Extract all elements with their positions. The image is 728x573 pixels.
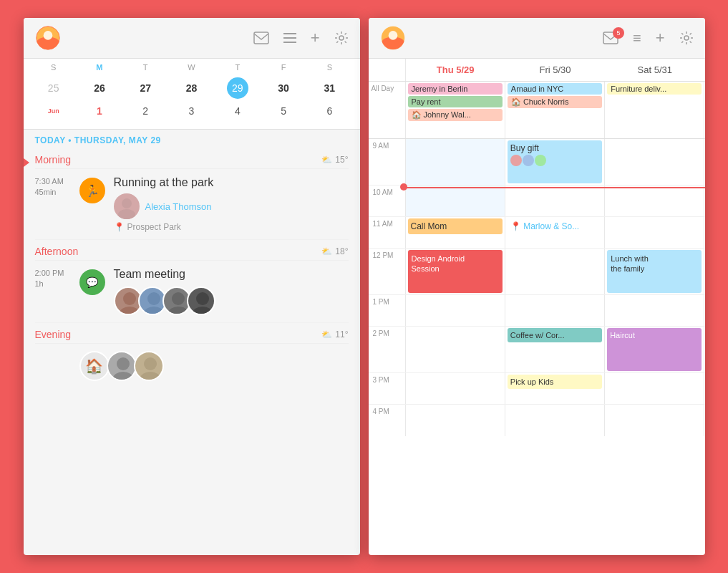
cal-day-4[interactable]: 4 <box>227 100 248 122</box>
cal-day-5[interactable]: 5 <box>273 100 294 122</box>
event-haircut[interactable]: Haircut <box>607 328 702 371</box>
svg-point-24 <box>388 31 397 40</box>
afternoon-section: Afternoon ⛅ 18° 2:00 PM 1h 💬 Team meetin… <box>24 240 360 323</box>
afternoon-weather-icon: ⛅ <box>321 246 332 256</box>
cal-day-jun[interactable]: Jun <box>47 100 61 122</box>
allday-chuck-norris[interactable]: 🏠 Chuck Norris <box>508 96 602 108</box>
time-10am: 10 AM <box>369 186 406 216</box>
svg-point-13 <box>172 292 185 305</box>
app-logo-right <box>380 25 406 51</box>
settings-icon-left[interactable] <box>334 31 349 45</box>
running-meta: Alexia Thomson <box>114 193 349 219</box>
day-header-f: F <box>261 63 306 72</box>
time-col-thu-9am <box>406 139 505 185</box>
time-col-sat-9am <box>605 139 704 185</box>
event-coffee[interactable]: Coffee w/ Cor... <box>508 328 602 342</box>
time-col-sat-4pm <box>605 405 704 436</box>
event-team-meeting[interactable]: 2:00 PM 1h 💬 Team meeting <box>35 261 349 323</box>
morning-weather-icon: ⛅ <box>321 155 332 165</box>
allday-jeremy-berlin[interactable]: Jeremy in Berlin <box>408 83 503 95</box>
allday-johnny-wal[interactable]: 🏠 Johnny Wal... <box>408 109 503 121</box>
cal-day-28[interactable]: 28 <box>180 77 202 99</box>
time-row-1pm: 1 PM <box>369 295 705 327</box>
svg-point-14 <box>168 307 188 315</box>
cal-day-1[interactable]: 1 <box>89 100 110 122</box>
cal-day-31[interactable]: 31 <box>319 77 340 99</box>
evening-temp: 11° <box>335 329 348 340</box>
now-line <box>406 187 705 188</box>
time-row-10am: 10 AM <box>369 186 705 217</box>
time-col-fri-10am <box>505 186 605 216</box>
time-col-fri-1pm <box>505 295 605 326</box>
event-running[interactable]: 7:30 AM 45min 🏃 Running at the park Alex… <box>35 169 349 240</box>
cal-day-3[interactable]: 3 <box>180 100 202 122</box>
morning-temp: 15° <box>335 155 348 165</box>
time-col-thu-4pm <box>406 405 505 436</box>
day-col-fri[interactable]: Fri 5/30 <box>505 59 605 81</box>
allday-furniture[interactable]: Furniture deliv... <box>607 83 702 95</box>
event-call-mom[interactable]: Call Mom <box>408 218 503 234</box>
right-toolbar-icons: 5 ≡ + <box>603 29 694 47</box>
day-header-s1: S <box>31 63 77 72</box>
cal-day-27[interactable]: 27 <box>135 77 156 99</box>
event-pickup-kids[interactable]: Pick up Kids <box>508 375 602 389</box>
calendar-grid: S M T W T F S 25 26 27 28 29 30 31 Jun 1… <box>24 59 360 129</box>
svg-point-8 <box>118 209 135 219</box>
time-4pm: 4 PM <box>369 405 406 436</box>
svg-point-4 <box>43 31 52 40</box>
svg-point-20 <box>140 372 160 381</box>
afternoon-title: Afternoon <box>35 246 79 257</box>
allday-label: All Day <box>369 82 406 138</box>
event-lunch-family[interactable]: Lunch withthe family <box>607 250 702 293</box>
buy-gift-avatars <box>510 155 599 166</box>
svg-point-11 <box>147 292 160 305</box>
svg-rect-5 <box>254 32 268 44</box>
add-icon-left[interactable]: + <box>311 30 320 46</box>
buy-gift-label: Buy gift <box>510 143 599 153</box>
calendar-week1: 25 26 27 28 29 30 31 <box>31 77 353 99</box>
cal-day-6[interactable]: 6 <box>319 100 340 122</box>
cal-day-2[interactable]: 2 <box>135 100 156 122</box>
time-col-sat-10am <box>605 186 704 216</box>
allday-thu: Jeremy in Berlin Pay rent 🏠 Johnny Wal..… <box>406 82 505 138</box>
morning-weather: ⛅ 15° <box>321 155 348 165</box>
time-2pm: 2 PM <box>369 327 406 372</box>
afternoon-header: Afternoon ⛅ 18° <box>35 240 349 261</box>
day-col-thu[interactable]: Thu 5/29 <box>406 59 505 81</box>
day-header-t1: T <box>122 63 168 72</box>
day-events-scroll[interactable]: Morning ⛅ 15° 7:30 AM 45min 🏃 Running at… <box>24 148 360 555</box>
cal-day-30[interactable]: 30 <box>273 77 294 99</box>
time-col-sat-2pm: Haircut <box>605 327 704 372</box>
right-top-bar: 5 ≡ + <box>369 18 705 59</box>
left-toolbar-icons: + <box>253 30 349 46</box>
morning-header: Morning ⛅ 15° <box>35 148 349 169</box>
hamburger-icon[interactable]: ≡ <box>633 30 641 47</box>
event-design-android[interactable]: Design AndroidSession <box>408 250 503 293</box>
allday-pay-rent[interactable]: Pay rent <box>408 96 503 107</box>
evening-weather-icon: ⛅ <box>321 329 332 340</box>
day-col-sat[interactable]: Sat 5/31 <box>605 59 704 81</box>
time-spacer-header <box>369 59 406 81</box>
event-marlow[interactable]: 📍 Marlow & So... <box>508 218 602 234</box>
svg-point-10 <box>120 307 140 315</box>
allday-arnaud-nyc[interactable]: Arnaud in NYC <box>508 83 602 95</box>
running-time: 7:30 AM 45min <box>35 176 71 198</box>
cal-day-29[interactable]: 29 <box>227 77 248 99</box>
time-col-fri-9am: Buy gift <box>505 139 605 185</box>
meeting-title: Team meeting <box>114 268 349 281</box>
mail-icon[interactable] <box>253 32 269 44</box>
settings-icon-right[interactable] <box>679 31 694 45</box>
event-buy-gift[interactable]: Buy gift <box>508 140 602 183</box>
left-top-bar: + <box>24 18 360 59</box>
evening-avatar2 <box>107 351 137 381</box>
running-icon: 🏃 <box>79 178 105 203</box>
cal-day-25[interactable]: 25 <box>43 77 64 99</box>
mail-badge-icon[interactable]: 5 <box>603 32 618 44</box>
add-icon-right[interactable]: + <box>656 29 665 47</box>
menu-lines-icon[interactable] <box>283 33 296 43</box>
svg-point-9 <box>123 292 136 305</box>
cal-day-26[interactable]: 26 <box>89 77 110 99</box>
time-12pm: 12 PM <box>369 249 406 294</box>
allday-sat: Furniture deliv... <box>605 82 704 138</box>
time-col-sat-1pm <box>605 295 704 326</box>
